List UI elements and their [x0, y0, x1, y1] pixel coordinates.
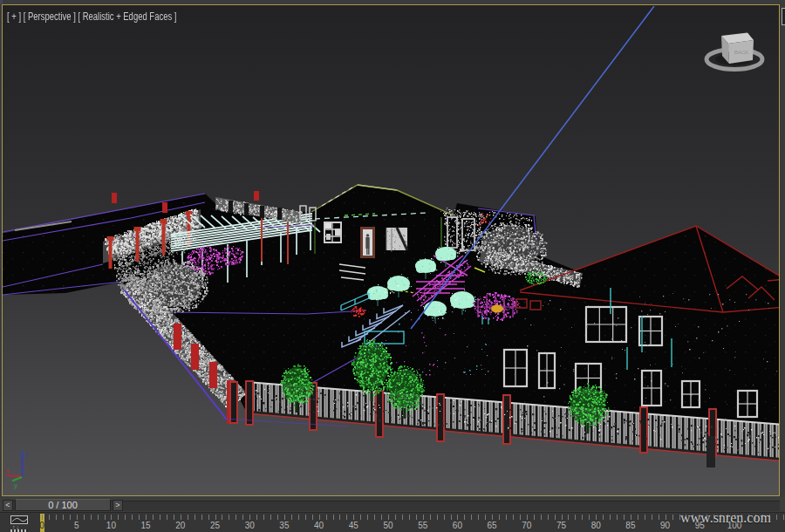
svg-text:x: x: [5, 467, 9, 474]
svg-text:BACK: BACK: [734, 50, 748, 55]
svg-text:z: z: [24, 451, 28, 459]
svg-text:y: y: [14, 481, 17, 489]
